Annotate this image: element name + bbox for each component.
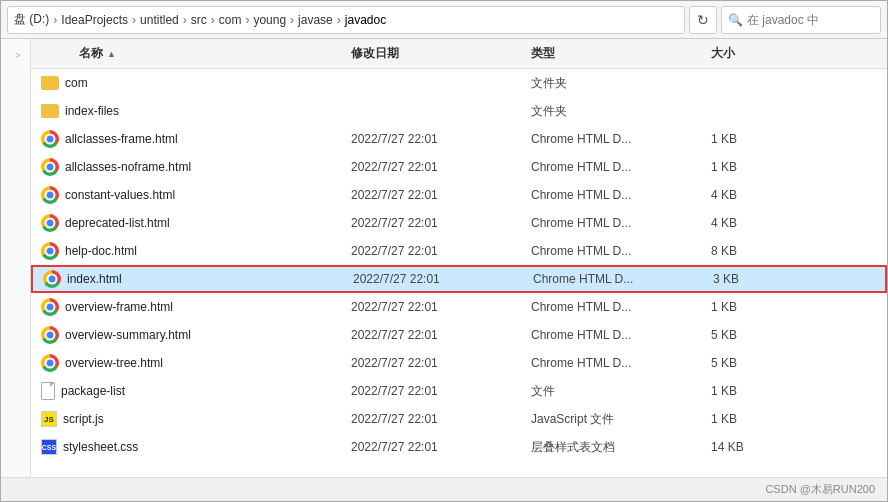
- file-name-cell: constant-values.html: [31, 186, 351, 204]
- file-size-cell: 1 KB: [711, 412, 811, 426]
- breadcrumb-src[interactable]: src: [191, 13, 207, 27]
- col-header-name[interactable]: 名称 ▲: [31, 45, 351, 62]
- breadcrumb-path[interactable]: 盘 (D:) › IdeaProjects › untitled › src ›…: [7, 6, 685, 34]
- col-header-date[interactable]: 修改日期: [351, 45, 531, 62]
- file-type-cell: Chrome HTML D...: [531, 188, 711, 202]
- refresh-button[interactable]: ↻: [689, 6, 717, 34]
- sep-0: ›: [53, 13, 57, 27]
- folder-icon: [41, 104, 59, 118]
- chrome-icon: [41, 354, 59, 372]
- sep-2: ›: [183, 13, 187, 27]
- file-type-cell: Chrome HTML D...: [531, 132, 711, 146]
- sep-1: ›: [132, 13, 136, 27]
- file-size-cell: 1 KB: [711, 300, 811, 314]
- file-name-cell: package-list: [31, 382, 351, 400]
- file-type-cell: Chrome HTML D...: [531, 356, 711, 370]
- file-date-cell: 2022/7/27 22:01: [351, 328, 531, 342]
- table-row[interactable]: com 文件夹: [31, 69, 887, 97]
- file-name-cell: overview-summary.html: [31, 326, 351, 344]
- file-date-cell: 2022/7/27 22:01: [353, 272, 533, 286]
- folder-icon: [41, 76, 59, 90]
- file-name-text: com: [65, 76, 88, 90]
- file-name-text: package-list: [61, 384, 125, 398]
- file-explorer-window: 盘 (D:) › IdeaProjects › untitled › src ›…: [0, 0, 888, 502]
- file-type-cell: 文件: [531, 383, 711, 400]
- file-name-cell: CSS stylesheet.css: [31, 439, 351, 455]
- file-type-cell: Chrome HTML D...: [531, 328, 711, 342]
- sep-5: ›: [290, 13, 294, 27]
- file-type-cell: Chrome HTML D...: [531, 300, 711, 314]
- table-row[interactable]: overview-tree.html 2022/7/27 22:01 Chrom…: [31, 349, 887, 377]
- file-name-cell: overview-frame.html: [31, 298, 351, 316]
- status-bar: CSDN @木易RUN200: [1, 477, 887, 501]
- address-bar: 盘 (D:) › IdeaProjects › untitled › src ›…: [1, 1, 887, 39]
- file-name-text: stylesheet.css: [63, 440, 138, 454]
- column-headers: 名称 ▲ 修改日期 类型 大小: [31, 39, 887, 69]
- file-size-cell: 1 KB: [711, 132, 811, 146]
- file-size-cell: 14 KB: [711, 440, 811, 454]
- table-row[interactable]: index.html 2022/7/27 22:01 Chrome HTML D…: [31, 265, 887, 293]
- file-list-container: 名称 ▲ 修改日期 类型 大小 com 文件夹 index-files 文件夹: [31, 39, 887, 477]
- search-input[interactable]: [747, 13, 867, 27]
- table-row[interactable]: deprecated-list.html 2022/7/27 22:01 Chr…: [31, 209, 887, 237]
- table-row[interactable]: package-list 2022/7/27 22:01 文件 1 KB: [31, 377, 887, 405]
- left-panel-indicator: ^: [10, 53, 21, 58]
- chrome-icon: [41, 242, 59, 260]
- file-size-cell: 8 KB: [711, 244, 811, 258]
- chrome-icon: [41, 186, 59, 204]
- file-name-text: index.html: [67, 272, 122, 286]
- breadcrumb-untitled[interactable]: untitled: [140, 13, 179, 27]
- file-name-text: deprecated-list.html: [65, 216, 170, 230]
- search-icon: 🔍: [728, 13, 743, 27]
- chrome-icon: [41, 214, 59, 232]
- col-header-type[interactable]: 类型: [531, 45, 711, 62]
- css-icon: CSS: [41, 439, 57, 455]
- breadcrumb-idea[interactable]: IdeaProjects: [61, 13, 128, 27]
- file-date-cell: 2022/7/27 22:01: [351, 132, 531, 146]
- file-name-text: allclasses-noframe.html: [65, 160, 191, 174]
- file-type-cell: 层叠样式表文档: [531, 439, 711, 456]
- chrome-icon: [41, 298, 59, 316]
- file-name-cell: com: [31, 76, 351, 90]
- file-type-cell: Chrome HTML D...: [531, 244, 711, 258]
- table-row[interactable]: help-doc.html 2022/7/27 22:01 Chrome HTM…: [31, 237, 887, 265]
- breadcrumb-com[interactable]: com: [219, 13, 242, 27]
- file-size-cell: 1 KB: [711, 160, 811, 174]
- table-row[interactable]: JS script.js 2022/7/27 22:01 JavaScript …: [31, 405, 887, 433]
- file-size-cell: 3 KB: [713, 272, 813, 286]
- file-name-text: index-files: [65, 104, 119, 118]
- table-row[interactable]: overview-summary.html 2022/7/27 22:01 Ch…: [31, 321, 887, 349]
- file-name-cell: allclasses-noframe.html: [31, 158, 351, 176]
- table-row[interactable]: allclasses-frame.html 2022/7/27 22:01 Ch…: [31, 125, 887, 153]
- sep-3: ›: [211, 13, 215, 27]
- file-icon: [41, 382, 55, 400]
- table-row[interactable]: constant-values.html 2022/7/27 22:01 Chr…: [31, 181, 887, 209]
- file-rows: com 文件夹 index-files 文件夹 allclasses-frame…: [31, 69, 887, 477]
- file-date-cell: 2022/7/27 22:01: [351, 412, 531, 426]
- file-type-cell: Chrome HTML D...: [531, 160, 711, 174]
- file-size-cell: 1 KB: [711, 384, 811, 398]
- table-row[interactable]: overview-frame.html 2022/7/27 22:01 Chro…: [31, 293, 887, 321]
- breadcrumb-drive[interactable]: 盘 (D:): [14, 11, 49, 28]
- file-type-cell: 文件夹: [531, 75, 711, 92]
- file-date-cell: 2022/7/27 22:01: [351, 188, 531, 202]
- table-row[interactable]: index-files 文件夹: [31, 97, 887, 125]
- search-box[interactable]: 🔍: [721, 6, 881, 34]
- col-header-size[interactable]: 大小: [711, 45, 811, 62]
- watermark-text: CSDN @木易RUN200: [765, 482, 875, 497]
- file-date-cell: 2022/7/27 22:01: [351, 216, 531, 230]
- file-date-cell: 2022/7/27 22:01: [351, 440, 531, 454]
- breadcrumb-javase[interactable]: javase: [298, 13, 333, 27]
- file-size-cell: 4 KB: [711, 216, 811, 230]
- file-date-cell: 2022/7/27 22:01: [351, 300, 531, 314]
- file-type-cell: 文件夹: [531, 103, 711, 120]
- file-date-cell: 2022/7/27 22:01: [351, 244, 531, 258]
- table-row[interactable]: allclasses-noframe.html 2022/7/27 22:01 …: [31, 153, 887, 181]
- table-row[interactable]: CSS stylesheet.css 2022/7/27 22:01 层叠样式表…: [31, 433, 887, 461]
- file-name-cell: overview-tree.html: [31, 354, 351, 372]
- file-name-cell: deprecated-list.html: [31, 214, 351, 232]
- breadcrumb-young[interactable]: young: [253, 13, 286, 27]
- breadcrumb-javadoc[interactable]: javadoc: [345, 13, 386, 27]
- chrome-icon: [41, 158, 59, 176]
- file-name-text: overview-tree.html: [65, 356, 163, 370]
